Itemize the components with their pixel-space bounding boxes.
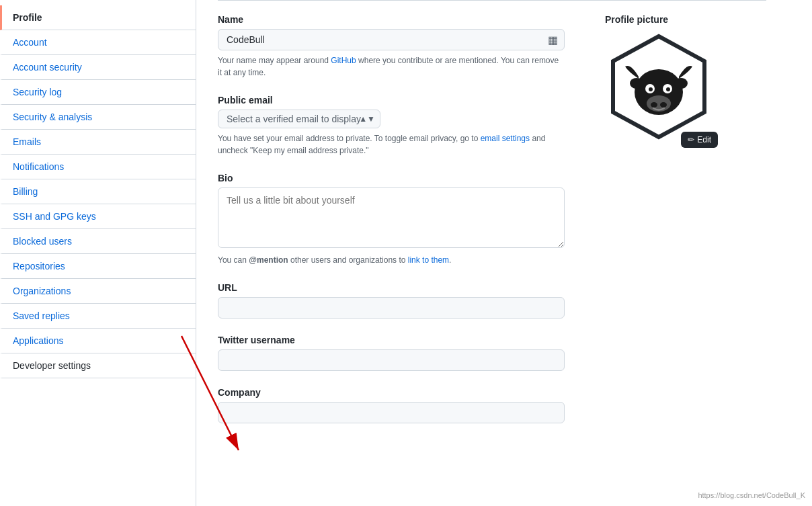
twitter-section: Twitter username	[218, 335, 565, 371]
sidebar-item-security-analysis[interactable]: Security & analysis	[0, 105, 196, 130]
form-area: Name ▦ Your name may appear around GitHu…	[218, 14, 578, 439]
svg-point-9	[651, 102, 657, 108]
bio-hint-period: .	[449, 255, 451, 265]
company-label: Company	[218, 387, 565, 398]
mention-bold: @mention	[249, 255, 288, 265]
sidebar-item-emails[interactable]: Emails	[0, 130, 196, 155]
bio-hint: You can @mention other users and organiz…	[218, 254, 565, 266]
sidebar-item-saved-replies[interactable]: Saved replies	[0, 304, 196, 329]
url-input[interactable]	[218, 297, 565, 319]
sidebar-item-account-security[interactable]: Account security	[0, 55, 196, 80]
main-content: Name ▦ Your name may appear around GitHu…	[196, 0, 788, 506]
sidebar: Profile Account Account security Securit…	[0, 0, 196, 506]
edit-button-label: Edit	[697, 135, 711, 144]
edit-avatar-button[interactable]: ✏ Edit	[681, 132, 718, 148]
sidebar-item-repositories[interactable]: Repositories	[0, 254, 196, 279]
sidebar-item-security-log[interactable]: Security log	[0, 80, 196, 105]
github-link[interactable]: GitHub	[331, 56, 356, 65]
bio-hint-suffix: other users and organizations to	[288, 255, 408, 265]
name-input[interactable]	[218, 29, 565, 50]
email-settings-link[interactable]: email settings	[481, 134, 530, 143]
twitter-label: Twitter username	[218, 335, 565, 345]
name-icon: ▦	[548, 34, 558, 46]
bio-label: Bio	[218, 173, 565, 183]
email-select[interactable]: Select a verified email to display	[218, 110, 380, 128]
sidebar-item-account[interactable]: Account	[0, 30, 196, 55]
sidebar-item-blocked-users[interactable]: Blocked users	[0, 229, 196, 254]
link-to-them-link[interactable]: link to them	[408, 255, 449, 265]
email-hint-text: You have set your email address to priva…	[218, 134, 481, 143]
bio-section: Bio You can @mention other users and org…	[218, 173, 565, 266]
bio-textarea[interactable]	[218, 187, 565, 248]
watermark: https://blog.csdn.net/CodeBull_K	[698, 491, 805, 499]
name-label: Name	[218, 14, 565, 25]
email-select-wrapper: Select a verified email to display ▲▼	[218, 110, 380, 128]
name-hint: Your name may appear around GitHub where…	[218, 54, 565, 79]
email-hint: You have set your email address to priva…	[218, 132, 565, 157]
avatar-container: ✏ Edit	[605, 33, 713, 142]
svg-point-6	[649, 87, 653, 91]
url-label: URL	[218, 282, 565, 293]
sidebar-item-billing[interactable]: Billing	[0, 179, 196, 204]
profile-picture-area: Profile picture	[578, 14, 766, 439]
company-input[interactable]	[218, 402, 565, 423]
svg-point-10	[660, 102, 667, 108]
name-section: Name ▦ Your name may appear around GitHu…	[218, 14, 565, 79]
svg-point-3	[674, 78, 688, 89]
sidebar-item-applications[interactable]: Applications	[0, 329, 196, 353]
sidebar-item-ssh-gpg[interactable]: SSH and GPG keys	[0, 204, 196, 229]
svg-point-2	[630, 78, 643, 89]
profile-picture-label: Profile picture	[605, 14, 766, 25]
public-email-label: Public email	[218, 95, 565, 106]
sidebar-item-notifications[interactable]: Notifications	[0, 155, 196, 179]
svg-point-7	[666, 87, 670, 91]
name-input-wrapper: ▦	[218, 29, 565, 50]
bio-hint-prefix: You can	[218, 255, 249, 265]
top-divider	[218, 0, 766, 1]
sidebar-item-developer-settings[interactable]: Developer settings	[0, 353, 196, 378]
public-email-section: Public email Select a verified email to …	[218, 95, 565, 157]
sidebar-item-profile[interactable]: Profile	[0, 5, 196, 30]
name-hint-prefix: Your name may appear around	[218, 56, 331, 65]
url-section: URL	[218, 282, 565, 319]
sidebar-item-organizations[interactable]: Organizations	[0, 279, 196, 304]
company-section: Company	[218, 387, 565, 423]
avatar-hexagon	[605, 33, 713, 140]
content-area: Name ▦ Your name may appear around GitHu…	[218, 14, 766, 439]
pencil-icon: ✏	[688, 135, 694, 144]
twitter-input[interactable]	[218, 349, 565, 371]
